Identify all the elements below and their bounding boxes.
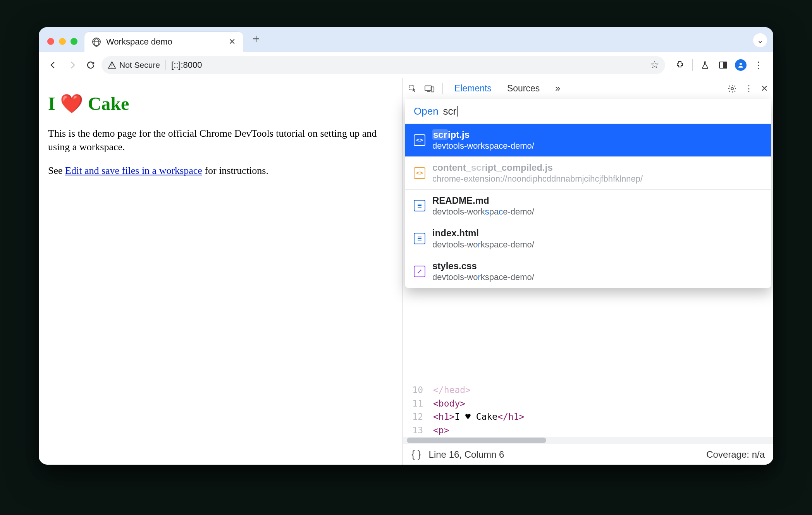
avatar-icon <box>735 59 747 71</box>
result-path: devtools-workspace-demo/ <box>432 206 534 218</box>
open-label: Open <box>414 105 439 117</box>
result-row[interactable]: styles.css devtools-workspace-demo/ <box>405 255 771 288</box>
toolbar: Not Secure [::]:8000 ☆ ⋮ <box>39 52 773 78</box>
text: See <box>48 165 65 176</box>
side-panel-icon[interactable] <box>715 57 731 73</box>
scrollbar-thumb[interactable] <box>407 438 546 443</box>
result-name: index.html <box>432 227 534 239</box>
code-lines: 10</head> 11<body> 12 <h1>I ♥ Cake</h1> … <box>403 381 773 437</box>
toolbar-right: ⋮ <box>672 57 766 73</box>
document-file-icon <box>414 233 425 244</box>
content-area: I ❤️ Cake This is the demo page for the … <box>39 78 773 465</box>
page-viewport: I ❤️ Cake This is the demo page for the … <box>39 78 403 465</box>
close-devtools-button[interactable]: ✕ <box>761 84 768 94</box>
line-number: 10 <box>403 383 426 397</box>
open-file-results: <> script.js devtools-workspace-demo/ <>… <box>405 124 771 288</box>
svg-point-9 <box>420 270 421 271</box>
window-controls <box>47 38 77 45</box>
browser-window: Workspace demo ✕ ＋ ⌄ Not Secure [::]:800… <box>39 27 773 465</box>
line-number: 11 <box>403 397 426 410</box>
result-row[interactable]: index.html devtools-workspace-demo/ <box>405 222 771 255</box>
workspace-tutorial-link[interactable]: Edit and save files in a workspace <box>65 165 202 176</box>
browser-tab[interactable]: Workspace demo ✕ <box>84 32 243 52</box>
code-text: </head> <box>433 383 471 397</box>
device-toolbar-icon[interactable] <box>425 84 435 93</box>
close-tab-button[interactable]: ✕ <box>229 38 236 46</box>
result-name: content_script_compiled.js <box>432 161 643 173</box>
separator <box>442 83 443 94</box>
horizontal-scrollbar[interactable] <box>403 437 773 444</box>
script-file-icon: <> <box>414 134 425 146</box>
kebab-icon[interactable]: ⋮ <box>745 84 753 94</box>
result-path: devtools-workspace-demo/ <box>432 272 534 283</box>
result-row[interactable]: <> content_script_compiled.js chrome-ext… <box>405 156 771 189</box>
new-tab-button[interactable]: ＋ <box>250 31 262 46</box>
code-text: <body> <box>433 397 465 410</box>
svg-point-7 <box>731 88 733 90</box>
address-bar[interactable]: Not Secure [::]:8000 ☆ <box>102 56 665 74</box>
editor-statusbar: { } Line 16, Column 6 Coverage: n/a <box>403 444 773 465</box>
minimize-window-button[interactable] <box>59 38 66 45</box>
titlebar: Workspace demo ✕ ＋ ⌄ <box>39 27 773 52</box>
tab-sources[interactable]: Sources <box>503 83 544 94</box>
devtools-tabbar: Elements Sources » ⋮ ✕ <box>403 78 773 99</box>
bookmark-icon[interactable]: ☆ <box>650 59 659 71</box>
result-name: styles.css <box>432 260 534 272</box>
stylesheet-file-icon <box>414 266 425 277</box>
devtools-panel: Elements Sources » ⋮ ✕ Open scr <> <box>403 78 773 465</box>
close-window-button[interactable] <box>47 38 54 45</box>
result-path: chrome-extension://noondiphcddnnabmjcihc… <box>432 173 643 185</box>
open-file-search[interactable]: Open scr <box>405 99 771 124</box>
page-heading: I ❤️ Cake <box>48 91 393 117</box>
separator <box>165 60 166 70</box>
text: for instructions. <box>202 165 268 176</box>
open-query-text: scr <box>443 105 458 117</box>
menu-button[interactable]: ⋮ <box>751 57 766 73</box>
code-text: <p> <box>433 424 449 437</box>
document-file-icon <box>414 200 425 211</box>
open-file-dialog: Open scr <> script.js devtools-workspace… <box>405 99 771 288</box>
script-file-icon: <> <box>414 167 425 179</box>
inspect-icon[interactable] <box>408 84 417 93</box>
result-name: README.md <box>432 194 534 206</box>
gear-icon[interactable] <box>728 84 737 93</box>
result-row[interactable]: README.md devtools-workspace-demo/ <box>405 189 771 222</box>
page-intro: This is the demo page for the official C… <box>48 127 393 154</box>
result-path: devtools-workspace-demo/ <box>432 141 534 152</box>
security-chip[interactable]: Not Secure <box>108 60 160 70</box>
cursor-position: Line 16, Column 6 <box>429 449 504 460</box>
text-cursor <box>457 106 458 117</box>
result-path: devtools-workspace-demo/ <box>432 239 534 251</box>
tab-more[interactable]: » <box>551 83 564 94</box>
globe-icon <box>92 38 101 46</box>
page-instructions: See Edit and save files in a workspace f… <box>48 164 393 177</box>
svg-point-3 <box>740 63 742 65</box>
pretty-print-icon[interactable]: { } <box>411 448 421 460</box>
svg-point-0 <box>112 67 112 67</box>
zoom-window-button[interactable] <box>71 38 77 45</box>
line-number: 12 <box>403 410 426 424</box>
extensions-icon[interactable] <box>672 57 688 73</box>
tab-elements[interactable]: Elements <box>451 83 495 94</box>
svg-rect-2 <box>724 62 726 68</box>
back-button[interactable] <box>46 57 61 73</box>
forward-button[interactable] <box>64 57 80 73</box>
security-label: Not Secure <box>119 60 160 70</box>
labs-icon[interactable] <box>697 57 713 73</box>
coverage-status: Coverage: n/a <box>706 449 765 460</box>
code-text: <h1>I ♥ Cake</h1> <box>433 410 524 424</box>
reload-button[interactable] <box>83 57 98 73</box>
url-text: [::]:8000 <box>171 60 202 70</box>
separator <box>692 59 693 71</box>
line-number: 13 <box>403 424 426 437</box>
result-name: script.js <box>432 129 534 141</box>
svg-rect-5 <box>425 86 432 90</box>
profile-button[interactable] <box>733 57 748 73</box>
tab-title: Workspace demo <box>106 37 172 47</box>
svg-point-8 <box>418 272 419 273</box>
tab-search-button[interactable]: ⌄ <box>753 33 767 47</box>
result-row[interactable]: <> script.js devtools-workspace-demo/ <box>405 124 771 156</box>
